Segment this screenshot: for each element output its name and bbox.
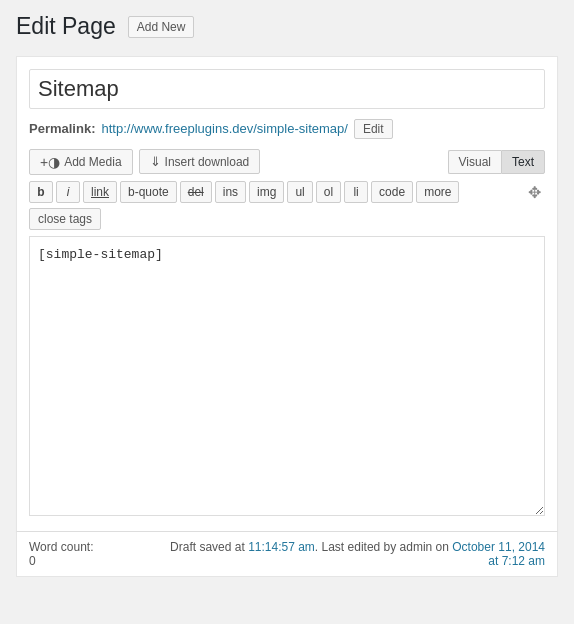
ul-btn[interactable]: ul: [287, 181, 312, 203]
permalink-row: Permalink: http://www.freeplugins.dev/si…: [29, 119, 545, 139]
link-btn[interactable]: link: [83, 181, 117, 203]
toolbar-left: +◑ Add Media ⇓ Insert download: [29, 149, 260, 175]
insert-download-label: Insert download: [165, 155, 250, 169]
more-btn[interactable]: more: [416, 181, 459, 203]
download-icon: ⇓: [150, 154, 161, 169]
bquote-btn[interactable]: b-quote: [120, 181, 177, 203]
img-btn[interactable]: img: [249, 181, 284, 203]
draft-info: Draft saved at 11:14:57 am. Last edited …: [165, 540, 545, 568]
close-tags-row: close tags: [29, 208, 545, 230]
format-bar: b i link b-quote del ins img ul ol li co…: [29, 181, 545, 204]
add-media-icon: +◑: [40, 154, 60, 170]
word-count-value: 0: [29, 554, 36, 568]
editor-toolbar: +◑ Add Media ⇓ Insert download Visual Te…: [29, 149, 545, 175]
view-toggle: Visual Text: [448, 150, 545, 174]
visual-tab[interactable]: Visual: [448, 150, 501, 174]
editor-textarea[interactable]: [simple-sitemap]: [29, 236, 545, 516]
fullscreen-button[interactable]: ✥: [524, 181, 545, 204]
expand-icon: ✥: [528, 184, 541, 201]
page-header: Edit Page Add New: [16, 12, 558, 42]
insert-download-button[interactable]: ⇓ Insert download: [139, 149, 261, 174]
word-count-section: Word count: 0: [29, 540, 93, 568]
permalink-edit-button[interactable]: Edit: [354, 119, 393, 139]
editor-footer: Word count: 0 Draft saved at 11:14:57 am…: [16, 531, 558, 577]
ol-btn[interactable]: ol: [316, 181, 341, 203]
permalink-label: Permalink:: [29, 121, 95, 136]
italic-btn[interactable]: i: [56, 181, 80, 203]
editor-box: Permalink: http://www.freeplugins.dev/si…: [16, 56, 558, 532]
permalink-link[interactable]: http://www.freeplugins.dev/simple-sitema…: [101, 121, 347, 136]
edit-date-link[interactable]: October 11, 2014 at 7:12 am: [452, 540, 545, 568]
bold-btn[interactable]: b: [29, 181, 53, 203]
add-new-button[interactable]: Add New: [128, 16, 195, 38]
word-count-label: Word count:: [29, 540, 93, 554]
page-title-input[interactable]: [29, 69, 545, 109]
add-media-button[interactable]: +◑ Add Media: [29, 149, 133, 175]
draft-time-link[interactable]: 11:14:57 am: [248, 540, 315, 554]
add-media-label: Add Media: [64, 155, 121, 169]
close-tags-button[interactable]: close tags: [29, 208, 101, 230]
li-btn[interactable]: li: [344, 181, 368, 203]
code-btn[interactable]: code: [371, 181, 413, 203]
del-btn[interactable]: del: [180, 181, 212, 203]
page-title: Edit Page: [16, 12, 116, 42]
text-tab[interactable]: Text: [501, 150, 545, 174]
ins-btn[interactable]: ins: [215, 181, 246, 203]
